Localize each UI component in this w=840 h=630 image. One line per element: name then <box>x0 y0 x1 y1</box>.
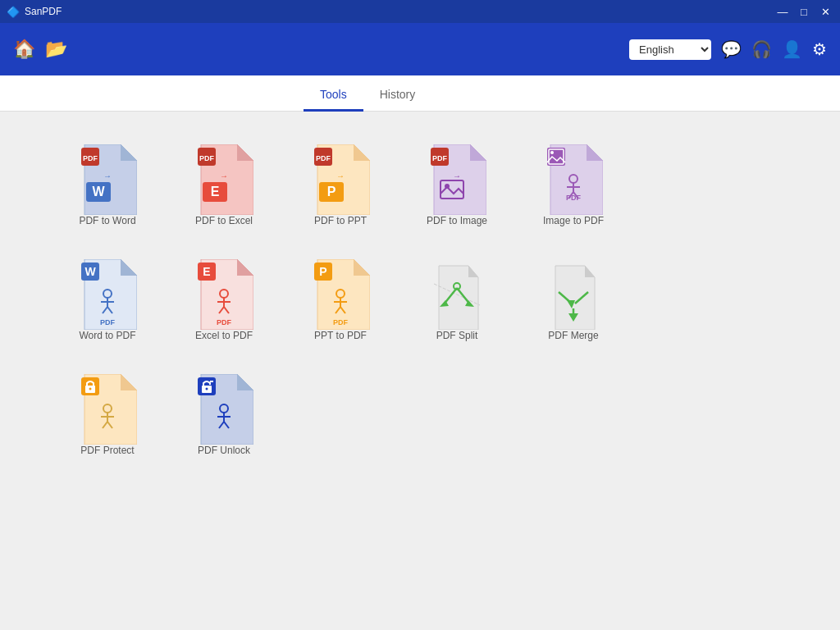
svg-text:→: → <box>220 171 228 180</box>
settings-icon[interactable]: ⚙ <box>812 39 827 59</box>
tool-pdf-protect-label: PDF Protect <box>80 445 134 456</box>
titlebar-controls: — □ ✕ <box>774 3 833 20</box>
image-to-pdf-icon: PDF <box>544 144 603 215</box>
tool-word-to-pdf[interactable]: W PDF Word to PDF <box>49 251 166 349</box>
svg-text:→: → <box>103 171 112 180</box>
pdf-merge-icon <box>544 259 603 330</box>
tool-excel-to-pdf-label: Excel to PDF <box>195 330 253 341</box>
user-icon[interactable]: 👤 <box>782 39 802 59</box>
tool-pdf-to-word[interactable]: PDF W → PDF to Word <box>49 136 166 235</box>
pdf-unlock-icon <box>194 374 253 445</box>
language-select[interactable]: English中文EspañolFrançais <box>629 39 711 60</box>
tool-ppt-to-pdf[interactable]: P PDF PPT to PDF <box>282 251 399 349</box>
header: 🏠 📂 English中文EspañolFrançais 💬 🎧 👤 ⚙ <box>0 23 840 75</box>
pdf-protect-icon <box>78 374 137 445</box>
svg-text:PDF: PDF <box>100 318 116 326</box>
tool-excel-to-pdf[interactable]: E PDF Excel to PDF <box>166 251 282 349</box>
tool-pdf-to-image[interactable]: PDF → PDF to Image <box>399 136 515 235</box>
pdf-to-image-icon: PDF → <box>427 144 486 215</box>
titlebar: 🔷 SanPDF — □ ✕ <box>0 0 840 23</box>
pdf-to-ppt-icon: PDF P → <box>311 144 370 215</box>
pdf-to-excel-icon: PDF E → <box>194 144 253 215</box>
pdf-split-icon <box>427 259 486 330</box>
svg-point-66 <box>89 388 92 390</box>
tool-pdf-unlock-label: PDF Unlock <box>198 445 250 456</box>
pdf-to-word-icon: PDF W → <box>78 144 137 215</box>
tool-pdf-unlock[interactable]: PDF Unlock <box>166 366 282 464</box>
svg-text:PDF: PDF <box>432 154 448 162</box>
svg-text:PDF: PDF <box>316 154 331 162</box>
svg-text:W: W <box>92 185 105 199</box>
tool-word-to-pdf-label: Word to PDF <box>79 330 135 341</box>
tool-pdf-merge[interactable]: PDF Merge <box>515 251 632 349</box>
titlebar-left: 🔷 SanPDF <box>7 6 62 18</box>
svg-text:PDF: PDF <box>83 154 98 162</box>
app-icon: 🔷 <box>7 6 20 18</box>
ppt-to-pdf-icon: P PDF <box>311 259 370 330</box>
maximize-button[interactable]: □ <box>796 3 812 20</box>
svg-text:PDF: PDF <box>217 318 232 326</box>
svg-point-75 <box>206 388 208 390</box>
chat-icon[interactable]: 💬 <box>721 39 742 59</box>
tool-pdf-split-label: PDF Split <box>436 330 478 341</box>
tab-tools[interactable]: Tools <box>304 80 363 112</box>
tools-grid: PDF W → PDF to Word PDF E → <box>49 136 791 464</box>
svg-point-22 <box>550 151 554 154</box>
tool-ppt-to-pdf-label: PPT to PDF <box>314 330 367 341</box>
svg-text:PDF: PDF <box>199 154 215 162</box>
close-button[interactable]: ✕ <box>817 3 833 20</box>
svg-text:E: E <box>211 185 220 199</box>
word-to-pdf-icon: W PDF <box>78 259 137 330</box>
svg-text:W: W <box>84 265 96 278</box>
svg-text:→: → <box>453 171 461 180</box>
tool-pdf-merge-label: PDF Merge <box>548 330 598 341</box>
tab-history[interactable]: History <box>363 80 432 112</box>
headset-icon[interactable]: 🎧 <box>751 39 772 59</box>
tool-pdf-to-ppt[interactable]: PDF P → PDF to PPT <box>282 136 399 235</box>
folder-icon[interactable]: 📂 <box>45 39 67 60</box>
tool-pdf-to-word-label: PDF to Word <box>79 215 135 226</box>
svg-rect-20 <box>547 148 565 166</box>
tool-row-1: W PDF Word to PDF E <box>49 251 791 349</box>
svg-text:E: E <box>203 265 210 278</box>
header-right: English中文EspañolFrançais 💬 🎧 👤 ⚙ <box>629 39 827 60</box>
titlebar-title: SanPDF <box>25 6 62 17</box>
tool-image-to-pdf[interactable]: PDF Image to PDF <box>515 136 632 235</box>
home-icon[interactable]: 🏠 <box>13 39 35 60</box>
tool-image-to-pdf-label: Image to PDF <box>543 215 604 226</box>
svg-text:P: P <box>327 185 336 199</box>
tool-row-2: PDF Protect <box>49 366 791 464</box>
svg-text:P: P <box>319 265 326 278</box>
tabs: Tools History <box>0 75 840 112</box>
tool-pdf-to-ppt-label: PDF to PPT <box>314 215 367 226</box>
header-left: 🏠 📂 <box>13 39 67 60</box>
minimize-button[interactable]: — <box>774 3 791 20</box>
excel-to-pdf-icon: E PDF <box>194 259 253 330</box>
svg-text:→: → <box>336 171 345 180</box>
svg-text:PDF: PDF <box>333 318 349 326</box>
tool-pdf-split[interactable]: PDF Split <box>399 251 515 349</box>
tool-pdf-to-excel[interactable]: PDF E → PDF to Excel <box>166 136 282 235</box>
tool-pdf-to-excel-label: PDF to Excel <box>195 215 253 226</box>
tool-row-0: PDF W → PDF to Word PDF E → <box>49 136 791 235</box>
tool-pdf-protect[interactable]: PDF Protect <box>49 366 166 464</box>
main-content: PDF W → PDF to Word PDF E → <box>0 112 840 630</box>
tool-pdf-to-image-label: PDF to Image <box>427 215 487 226</box>
